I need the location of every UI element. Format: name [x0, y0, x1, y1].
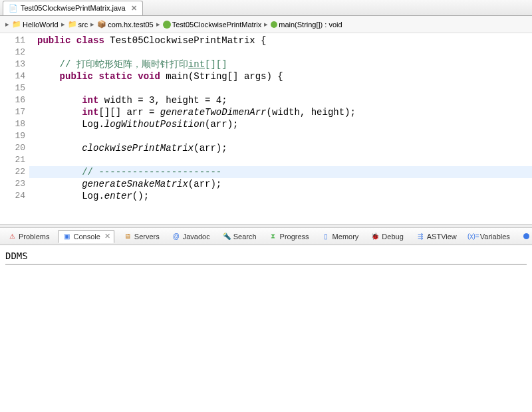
variables-icon: (x)= — [469, 232, 478, 241]
breadcrumb-item-package[interactable]: 📦 com.hx.test05 — [97, 20, 153, 29]
chevron-right-icon: ▸ — [90, 20, 94, 29]
folder-icon: 📁 — [68, 20, 77, 29]
line-number: 17 — [0, 106, 29, 118]
tab-astview[interactable]: ⇶ ASTView — [412, 231, 460, 243]
close-icon[interactable]: ✕ — [131, 4, 137, 13]
tab-variables[interactable]: (x)= Variables — [466, 231, 513, 243]
code-line[interactable]: public static void main(String[] args) { — [29, 70, 532, 82]
code-line[interactable]: // 打印蛇形矩阵，顺时针打印int[][] — [29, 58, 532, 70]
breadcrumb-item-method[interactable]: main(String[]) : void — [271, 21, 342, 29]
line-number: 21 — [0, 154, 29, 166]
breakpoints-icon — [522, 232, 531, 241]
class-icon — [163, 21, 171, 29]
package-icon: 📦 — [97, 20, 106, 29]
code-line[interactable]: generateSnakeMatrix(arr); — [29, 178, 532, 190]
line-number: 15 — [0, 82, 29, 94]
tab-problems[interactable]: ⚠ Problems — [4, 231, 53, 243]
chevron-right-icon: ▸ — [61, 20, 65, 29]
memory-icon: ▯ — [321, 232, 331, 241]
search-icon: 🔦 — [222, 232, 231, 241]
line-number: 16 — [0, 94, 29, 106]
progress-icon: ⧗ — [269, 232, 278, 241]
code-line[interactable]: int[][] arr = generateTwoDimenArr(width,… — [29, 106, 532, 118]
code-line[interactable]: Log.logWithoutPosition(arr); — [29, 118, 532, 130]
editor-tab[interactable]: 📄 Test05ClockwisePrintMatrix.java ✕ — [3, 1, 143, 15]
breadcrumb-item-src[interactable]: 📁 src — [68, 20, 88, 29]
project-icon: 📁 — [12, 20, 21, 29]
breadcrumb: ▸ 📁 HelloWorld ▸ 📁 src ▸ 📦 com.hx.test05… — [0, 16, 532, 33]
problems-icon: ⚠ — [7, 232, 17, 241]
line-number: 19 — [0, 130, 29, 142]
tab-memory[interactable]: ▯ Memory — [318, 231, 362, 243]
console-icon: ▣ — [62, 232, 71, 241]
editor-tab-bar: 📄 Test05ClockwisePrintMatrix.java ✕ — [0, 0, 532, 16]
code-line[interactable]: public class Test05ClockwisePrintMatrix … — [29, 35, 532, 47]
code-line[interactable]: // ---------------------- — [29, 166, 532, 178]
breadcrumb-item-class[interactable]: Test05ClockwisePrintMatrix — [163, 21, 261, 29]
chevron-right-icon: ▸ — [264, 20, 268, 29]
line-number: 23 — [0, 178, 29, 190]
tab-console[interactable]: ▣ Console ✕ — [58, 230, 114, 243]
code-line[interactable] — [29, 82, 532, 94]
console-output[interactable]: DDMS — [0, 245, 532, 274]
line-number-gutter: 1112131415161718192021222324 — [0, 33, 29, 202]
chevron-right-icon: ▸ — [156, 20, 160, 29]
tab-javadoc[interactable]: @ Javadoc — [168, 231, 213, 243]
line-number: 13 — [0, 58, 29, 70]
code-line[interactable]: int width = 3, height = 4; — [29, 94, 532, 106]
close-icon[interactable]: ✕ — [104, 232, 110, 241]
bottom-panel-tabs: ⚠ Problems ▣ Console ✕ 🖥 Servers @ Javad… — [0, 228, 532, 245]
java-file-icon: 📄 — [9, 4, 18, 13]
breadcrumb-nav-icon[interactable]: ▸ — [5, 20, 9, 29]
line-number: 22 — [0, 166, 29, 178]
tab-progress[interactable]: ⧗ Progress — [265, 231, 313, 243]
tab-servers[interactable]: 🖥 Servers — [120, 231, 163, 243]
tab-search[interactable]: 🔦 Search — [219, 231, 260, 243]
code-line[interactable]: clockwisePrintMatrix(arr); — [29, 142, 532, 154]
method-icon — [271, 21, 277, 28]
javadoc-icon: @ — [172, 232, 181, 241]
code-line[interactable]: Log.enter(); — [29, 190, 532, 202]
servers-icon: 🖥 — [123, 232, 132, 241]
code-editor[interactable]: 1112131415161718192021222324 public clas… — [0, 33, 532, 224]
debug-icon: 🐞 — [370, 232, 380, 241]
line-number: 14 — [0, 70, 29, 82]
astview-icon: ⇶ — [416, 232, 425, 241]
code-line[interactable] — [29, 154, 532, 166]
line-number: 24 — [0, 190, 29, 202]
editor-tab-label: Test05ClockwisePrintMatrix.java — [21, 4, 126, 12]
line-number: 11 — [0, 35, 29, 47]
line-number: 18 — [0, 118, 29, 130]
code-line[interactable] — [29, 130, 532, 142]
console-title: DDMS — [5, 251, 527, 264]
tab-debug[interactable]: 🐞 Debug — [367, 231, 406, 243]
code-area[interactable]: public class Test05ClockwisePrintMatrix … — [29, 33, 532, 202]
breadcrumb-item-project[interactable]: 📁 HelloWorld — [12, 20, 59, 29]
line-number: 12 — [0, 47, 29, 58]
line-number: 20 — [0, 142, 29, 154]
code-line[interactable] — [29, 47, 532, 58]
tab-breakpoints[interactable]: Breakp — [519, 231, 532, 243]
